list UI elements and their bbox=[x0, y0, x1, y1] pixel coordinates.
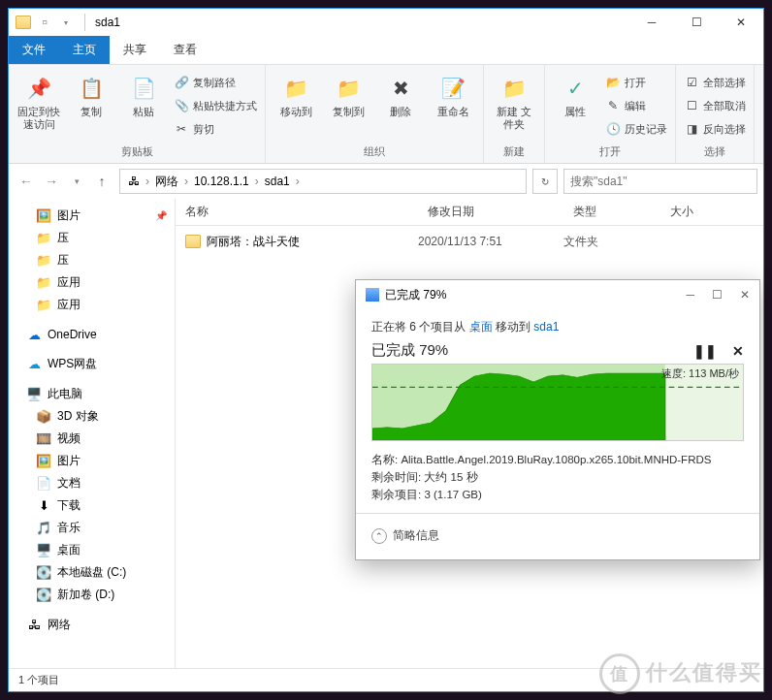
tab-share[interactable]: 共享 bbox=[110, 36, 160, 64]
folder-icon bbox=[15, 14, 32, 31]
dialog-description: 正在将 6 个项目从 桌面 移动到 sda1 bbox=[371, 319, 744, 335]
up-button[interactable]: ↑ bbox=[90, 170, 113, 193]
dialog-maximize[interactable]: ☐ bbox=[712, 288, 723, 302]
watermark: 值什么值得买 bbox=[599, 653, 762, 694]
window-title: sda1 bbox=[95, 16, 120, 29]
sidebar-item[interactable]: 🖥️桌面 bbox=[9, 539, 175, 561]
properties-button[interactable]: ✓属性 bbox=[553, 69, 597, 118]
invertsel-button[interactable]: ◨反向选择 bbox=[684, 119, 746, 139]
pause-button[interactable]: ❚❚ bbox=[693, 343, 717, 359]
link-to[interactable]: sda1 bbox=[533, 320, 559, 334]
ribbon: 📌固定到快 速访问 📋复制 📄粘贴 🔗复制路径 📎粘贴快捷方式 ✂剪切 剪贴板 … bbox=[9, 65, 763, 164]
back-button[interactable]: ← bbox=[15, 170, 38, 193]
breadcrumb[interactable]: 🖧› 网络› 10.128.1.1› sda1› bbox=[119, 169, 527, 194]
sidebar-item[interactable]: 📁压 bbox=[9, 249, 175, 271]
copypath-button[interactable]: 🔗复制路径 bbox=[174, 73, 257, 92]
sidebar-item[interactable]: 📁应用 bbox=[9, 271, 175, 294]
sidebar-item[interactable]: 💽本地磁盘 (C:) bbox=[9, 561, 175, 584]
search-box[interactable] bbox=[563, 169, 757, 194]
sidebar: 🖼️图片📌📁压📁压📁应用📁应用 ☁OneDrive ☁WPS网盘 🖥️此电脑 📦… bbox=[9, 199, 176, 668]
sidebar-item[interactable]: 🎵音乐 bbox=[9, 517, 175, 539]
crumb-network[interactable]: 网络 bbox=[151, 174, 182, 190]
dialog-close[interactable]: ✕ bbox=[740, 288, 750, 302]
cut-button[interactable]: ✂剪切 bbox=[174, 119, 257, 139]
search-input[interactable] bbox=[570, 175, 751, 188]
forward-button[interactable]: → bbox=[40, 170, 63, 193]
file-row[interactable]: 阿丽塔：战斗天使2020/11/13 7:51文件夹 bbox=[176, 230, 763, 253]
speed-label: 速度: 113 MB/秒 bbox=[661, 366, 739, 381]
copy-button[interactable]: 📋复制 bbox=[69, 69, 113, 118]
titlebar: ▫ ▾ sda1 ─ ☐ ✕ bbox=[9, 9, 763, 36]
minimize-button[interactable]: ─ bbox=[629, 9, 674, 36]
close-button[interactable]: ✕ bbox=[719, 9, 763, 36]
speed-chart: 速度: 113 MB/秒 bbox=[371, 364, 744, 441]
selectnone-button[interactable]: ☐全部取消 bbox=[684, 96, 746, 115]
sidebar-item[interactable]: 🖼️图片📌 bbox=[9, 205, 175, 227]
rename-button[interactable]: 📝重命名 bbox=[431, 69, 475, 118]
sidebar-item[interactable]: 📄文档 bbox=[9, 472, 175, 494]
dialog-titlebar: 已完成 79% ─ ☐ ✕ bbox=[356, 280, 759, 309]
col-type[interactable]: 类型 bbox=[563, 204, 660, 220]
history-button[interactable]: 🕓历史记录 bbox=[605, 119, 667, 139]
sidebar-network[interactable]: 🖧网络 bbox=[9, 614, 175, 636]
maximize-button[interactable]: ☐ bbox=[674, 9, 719, 36]
tab-home[interactable]: 主页 bbox=[59, 36, 110, 64]
address-bar: ← → ▾ ↑ 🖧› 网络› 10.128.1.1› sda1› ↻ bbox=[9, 164, 763, 199]
collapse-button[interactable]: ⌃ 简略信息 bbox=[371, 527, 744, 544]
sidebar-item[interactable]: 📁应用 bbox=[9, 294, 175, 316]
newfolder-button[interactable]: 📁新建 文件夹 bbox=[492, 69, 536, 131]
sidebar-item[interactable]: 🎞️视频 bbox=[9, 428, 175, 450]
sidebar-item[interactable]: 🖼️图片 bbox=[9, 450, 175, 472]
pin-button[interactable]: 📌固定到快 速访问 bbox=[16, 69, 61, 131]
copy-progress-dialog: 已完成 79% ─ ☐ ✕ 正在将 6 个项目从 桌面 移动到 sda1 已完成… bbox=[355, 279, 760, 560]
open-button[interactable]: 📂打开 bbox=[605, 73, 667, 92]
cancel-button[interactable]: ✕ bbox=[732, 343, 744, 359]
copy-icon bbox=[366, 288, 379, 302]
sidebar-item[interactable]: 💽新加卷 (D:) bbox=[9, 584, 175, 606]
sidebar-item[interactable]: 📁压 bbox=[9, 227, 175, 249]
refresh-button[interactable]: ↻ bbox=[532, 169, 558, 194]
group-select: 选择 bbox=[684, 143, 746, 161]
column-headers: 名称 修改日期 类型 大小 bbox=[176, 199, 763, 226]
col-size[interactable]: 大小 bbox=[660, 204, 738, 220]
group-open: 打开 bbox=[553, 143, 667, 161]
crumb-folder[interactable]: sda1 bbox=[261, 175, 294, 188]
copyto-button[interactable]: 📁复制到 bbox=[326, 69, 370, 118]
sidebar-item[interactable]: 📦3D 对象 bbox=[9, 405, 175, 428]
group-new: 新建 bbox=[492, 143, 536, 161]
link-from[interactable]: 桌面 bbox=[469, 320, 493, 334]
tab-file[interactable]: 文件 bbox=[9, 36, 59, 64]
qat-dropdown[interactable]: ▾ bbox=[57, 14, 75, 31]
group-clipboard: 剪贴板 bbox=[16, 143, 257, 161]
qat-item[interactable]: ▫ bbox=[36, 14, 53, 31]
sidebar-thispc[interactable]: 🖥️此电脑 bbox=[9, 383, 175, 405]
dialog-title: 已完成 79% bbox=[385, 287, 446, 303]
sidebar-wps[interactable]: ☁WPS网盘 bbox=[9, 353, 175, 375]
sidebar-item[interactable]: ⬇下载 bbox=[9, 494, 175, 517]
moveto-button[interactable]: 📁移动到 bbox=[273, 69, 318, 118]
col-modified[interactable]: 修改日期 bbox=[418, 204, 563, 220]
delete-button[interactable]: ✖删除 bbox=[378, 69, 423, 118]
progress-percent: 已完成 79% bbox=[371, 341, 448, 360]
transfer-details: 名称: Alita.Battle.Angel.2019.BluRay.1080p… bbox=[371, 451, 744, 503]
dialog-minimize[interactable]: ─ bbox=[686, 288, 694, 302]
chevron-up-icon: ⌃ bbox=[371, 528, 387, 544]
sidebar-onedrive[interactable]: ☁OneDrive bbox=[9, 324, 175, 345]
col-name[interactable]: 名称 bbox=[176, 204, 418, 220]
group-organize: 组织 bbox=[273, 143, 475, 161]
paste-button[interactable]: 📄粘贴 bbox=[121, 69, 166, 118]
crumb-ip[interactable]: 10.128.1.1 bbox=[190, 175, 253, 188]
edit-button[interactable]: ✎编辑 bbox=[605, 96, 667, 115]
selectall-button[interactable]: ☑全部选择 bbox=[684, 73, 746, 92]
ribbon-tabs: 文件 主页 共享 查看 bbox=[9, 36, 763, 65]
tab-view[interactable]: 查看 bbox=[160, 36, 210, 64]
recent-dropdown[interactable]: ▾ bbox=[65, 170, 88, 193]
pasteshortcut-button[interactable]: 📎粘贴快捷方式 bbox=[174, 96, 257, 115]
network-icon[interactable]: 🖧 bbox=[124, 175, 144, 188]
